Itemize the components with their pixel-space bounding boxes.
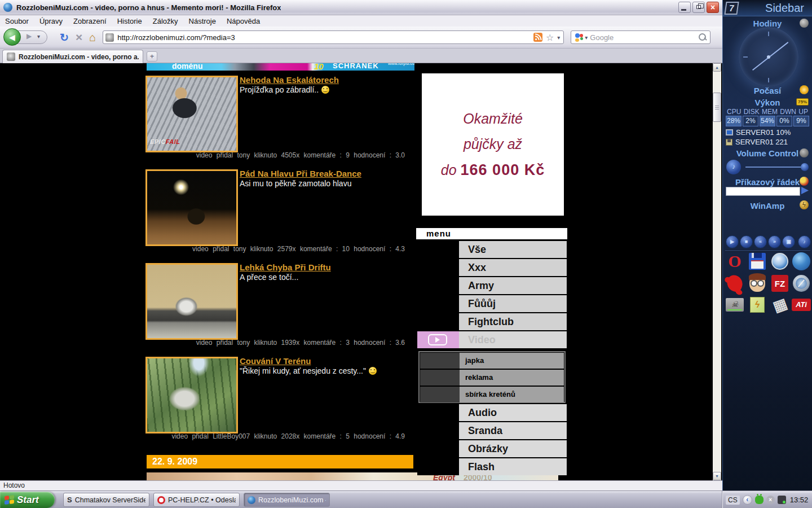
menu-item-audio[interactable]: Audio (417, 404, 567, 421)
video-thumbnail[interactable]: EPICFAIL (145, 76, 238, 152)
video-title-link[interactable]: Nehoda Na Eskalátorech (240, 75, 339, 85)
perf-header-up: UP (798, 108, 808, 116)
volume-track[interactable] (745, 167, 804, 168)
reload-button[interactable]: ↻ (60, 31, 69, 44)
floppy-save-icon[interactable] (748, 252, 767, 270)
submenu-item-japka[interactable]: japka (420, 353, 564, 369)
tab-bar: RozzlobeniMuzi.com - video, porno a... + (0, 49, 722, 63)
sun-icon[interactable] (800, 85, 809, 94)
bookmark-star-icon[interactable]: ☆ (546, 32, 554, 43)
filezilla-icon[interactable]: FZ (770, 274, 789, 292)
video-play-icon (428, 334, 447, 345)
new-tab-button[interactable]: + (147, 51, 157, 62)
blue-orb-app-icon[interactable] (770, 252, 789, 270)
speaker-icon[interactable]: ♪ (726, 160, 741, 174)
forward-button[interactable]: ▶ (27, 32, 32, 40)
search-input[interactable]: Google (590, 33, 699, 42)
history-dropdown-icon[interactable]: ▾ (37, 33, 40, 40)
sidebar-header[interactable]: 7 Sidebar (723, 0, 812, 16)
winamp-mini-icon[interactable]: ϟ (800, 200, 809, 209)
taskbar-button-chmatakov[interactable]: S Chmatakov ServerSide (63, 493, 149, 507)
search-icon[interactable] (699, 33, 707, 41)
language-indicator[interactable]: CS (726, 496, 740, 505)
minimize-button[interactable] (678, 2, 691, 13)
command-run-icon[interactable]: ▶ (801, 184, 809, 196)
volume-media-button[interactable]: ♪ (798, 235, 811, 248)
menu-historie[interactable]: Historie (117, 17, 142, 25)
video-title-link[interactable]: Pád Na Hlavu Při Break-Dance (240, 169, 361, 178)
video-title-link[interactable]: Couvání V Terénu (240, 356, 311, 366)
url-dropdown-icon[interactable]: ▾ (557, 34, 560, 41)
clock-mini-icon[interactable] (800, 19, 809, 28)
menu-item-obrazky[interactable]: Obrázky (417, 440, 567, 457)
notepad-lightning-icon[interactable]: ϟ (748, 296, 767, 314)
previous-button[interactable]: « (754, 235, 767, 248)
video-meta: video přidal tony kliknuto 4505x komentá… (145, 151, 405, 159)
volume-knob[interactable] (801, 163, 809, 171)
restore-button[interactable] (692, 2, 705, 13)
search-bar[interactable]: ▾ Google (571, 30, 710, 44)
command-input[interactable] (726, 187, 800, 196)
video-title-link[interactable]: Lehká Chyba Při Driftu (240, 262, 331, 272)
tab-rozzlobenimuzi[interactable]: RozzlobeniMuzi.com - video, porno a... (2, 50, 143, 63)
tray-collapse-icon[interactable]: ‹ (743, 495, 752, 505)
menu-item-vse[interactable]: Vše (417, 241, 567, 258)
window-titlebar[interactable]: RozzlobeniMuzi.com - video, porno a hnus… (0, 0, 722, 15)
page-scrollbar[interactable]: ▲ ▼ (713, 63, 721, 480)
scroll-down-icon[interactable]: ▼ (713, 472, 721, 480)
address-bar[interactable]: http://rozzlobenimuzi.com/?media=3 ☆ ▾ (103, 30, 564, 44)
menu-soubor[interactable]: Soubor (5, 17, 29, 25)
opera-launcher-icon[interactable]: O (725, 252, 744, 270)
menu-nastroje[interactable]: Nástroje (189, 17, 216, 25)
search-engine-dropdown-icon[interactable]: ▾ (585, 34, 588, 41)
next-button[interactable]: » (768, 235, 781, 248)
submenu-item-sbirka-kretenu[interactable]: sbírka kreténů (420, 387, 564, 402)
rss-icon[interactable] (533, 33, 542, 42)
tab-favicon-icon (7, 52, 15, 61)
submenu-item-reklama[interactable]: reklama (420, 370, 564, 386)
top-banner-ad[interactable]: doménu 10 SCHRÁNEK www.forpsi.com (147, 63, 414, 71)
play-button[interactable]: ▶ (726, 235, 739, 248)
menu-zalozky[interactable]: Záložky (153, 17, 178, 25)
stop-button[interactable]: × (76, 30, 82, 44)
menu-item-fuj[interactable]: Fůůůj (417, 295, 567, 312)
url-text[interactable]: http://rozzlobenimuzi.com/?media=3 (117, 33, 533, 42)
menu-item-flash[interactable]: Flash (417, 458, 567, 475)
sidebar-title: Sidebar (765, 2, 804, 15)
loan-ad[interactable]: Okamžité půjčky až do 166 000 Kč (422, 73, 564, 216)
menu-napoveda[interactable]: Nápověda (227, 17, 260, 25)
menu-upravy[interactable]: Úpravy (39, 17, 63, 25)
video-thumbnail[interactable] (145, 169, 238, 246)
menu-item-xxx[interactable]: Xxx (417, 259, 567, 276)
menu-item-video-active[interactable]: Video (417, 331, 567, 348)
mesh-glove-icon[interactable]: ▦ (770, 296, 789, 314)
speaker-mini-icon[interactable] (800, 148, 809, 157)
video-thumbnail[interactable] (145, 263, 238, 340)
start-button[interactable]: Start (0, 492, 55, 508)
performance-badge-icon[interactable]: 75% (796, 98, 809, 106)
stop-media-button[interactable]: ■ (740, 235, 753, 248)
back-button[interactable]: ◀ (3, 28, 21, 46)
tray-volume-icon[interactable] (778, 496, 786, 504)
menu-item-fightclub[interactable]: Fightclub (417, 313, 567, 330)
close-button[interactable]: × (707, 2, 719, 13)
home-button[interactable]: ⌂ (89, 31, 96, 44)
menu-item-sranda[interactable]: Sranda (417, 422, 567, 439)
tray-messenger-icon[interactable]: × (766, 496, 775, 504)
taskbar-button-pchelp[interactable]: PC-HELP.CZ • Odesla... (153, 493, 240, 507)
menu-item-army[interactable]: Army (417, 277, 567, 294)
safari-compass-icon[interactable] (792, 274, 811, 292)
firefox-launcher-icon[interactable] (792, 252, 811, 270)
ati-icon[interactable]: ATi (792, 296, 811, 314)
epic-fail-watermark: EPICFAIL (150, 138, 180, 145)
red-splat-app-icon[interactable] (725, 274, 744, 292)
taskbar-button-rozzlobenimuzi[interactable]: RozzlobeniMuzi.com -... (244, 493, 330, 507)
video-thumbnail[interactable] (145, 357, 238, 433)
drive-skull-icon[interactable]: ☠ (725, 296, 744, 314)
tray-green-bug-icon[interactable] (755, 496, 764, 504)
menu-zobrazeni[interactable]: Zobrazení (73, 17, 107, 25)
scroll-up-icon[interactable]: ▲ (713, 63, 721, 72)
scrollbar-thumb[interactable] (713, 93, 721, 122)
restore-media-button[interactable]: ▣ (782, 235, 795, 248)
nerd-face-app-icon[interactable] (748, 274, 767, 292)
